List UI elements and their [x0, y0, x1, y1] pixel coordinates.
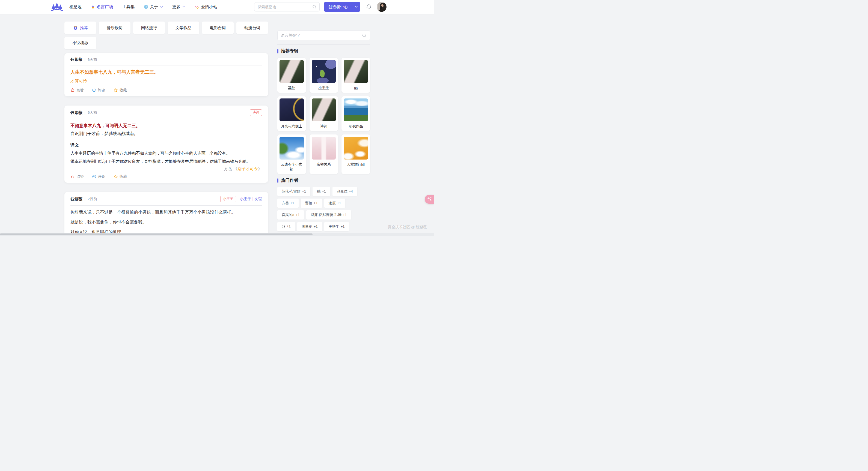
- like-action[interactable]: 点赞: [70, 174, 84, 179]
- post-header: 钰紫薇|2月前小王子小王子 | 友谊: [70, 196, 262, 202]
- tab-音乐歌词[interactable]: 音乐歌词: [99, 22, 130, 34]
- album-label[interactable]: 影视作品: [344, 124, 368, 129]
- creator-center-button[interactable]: 创造者中心: [324, 2, 361, 12]
- tab-网络流行[interactable]: 网络流行: [133, 22, 165, 34]
- post-actions: 点赞评论收藏: [70, 85, 262, 93]
- keyword-search[interactable]: [277, 31, 370, 40]
- album-label[interactable]: 小王子: [312, 86, 336, 90]
- author-tag-曹植[interactable]: 曹植+1: [301, 199, 322, 208]
- nav-item-habitat[interactable]: 栖息地: [69, 4, 82, 9]
- tab-文学作品[interactable]: 文学作品: [167, 22, 199, 34]
- author-tag-周星驰[interactable]: 周星驰+1: [297, 222, 322, 231]
- post-card: 钰紫薇|6天前诗词不如意事常八九，可与语人无二三。自识荆门子才甫，梦驰铁马战城南…: [64, 105, 268, 183]
- header-search-input[interactable]: [258, 5, 312, 9]
- author-tag-史铁生[interactable]: 史铁生+1: [324, 222, 349, 231]
- tab-label: 小说摘抄: [72, 41, 88, 46]
- post-time: 6天前: [88, 110, 97, 115]
- post-author[interactable]: 钰紫薇: [70, 110, 83, 115]
- nav-item-love-site[interactable]: 爱情小站: [195, 4, 217, 9]
- post-actions: 点赞评论收藏: [70, 172, 262, 179]
- author-count: +1: [337, 201, 341, 205]
- album-card-小王子[interactable]: 小王子: [310, 58, 338, 93]
- favorite-action[interactable]: 收藏: [114, 174, 127, 179]
- post-author[interactable]: 钰紫薇: [70, 57, 83, 62]
- title-accent-bar: [277, 178, 278, 183]
- album-label[interactable]: 诗词: [312, 124, 336, 129]
- album-label[interactable]: 亲密关系: [312, 162, 336, 167]
- post-album-links[interactable]: 小王子 | 友谊: [240, 197, 262, 202]
- author-tag-cs[interactable]: cs+1: [277, 222, 295, 231]
- pine-trees-logo-icon: [51, 1, 63, 12]
- site-logo[interactable]: [51, 1, 63, 12]
- author-tag-速度[interactable]: 速度+1: [324, 199, 346, 208]
- author-name: cs: [282, 224, 285, 228]
- post-header-right: 小王子小王子 | 友谊: [220, 196, 262, 202]
- translate-fab-button[interactable]: 中 A: [425, 195, 434, 204]
- horizontal-scrollbar[interactable]: [0, 233, 434, 236]
- tab-label: 音乐歌词: [107, 25, 123, 31]
- creator-center-label: 创造者中心: [324, 4, 352, 9]
- nav-item-quotes-plaza[interactable]: 名言广场: [91, 4, 113, 9]
- attribution-close-bracket: 》: [258, 166, 262, 171]
- header-search[interactable]: [254, 2, 320, 11]
- keyword-search-input[interactable]: [281, 33, 362, 38]
- tab-label: 网络流行: [141, 25, 157, 31]
- post-time: 2月前: [88, 197, 97, 202]
- attribution-work-link[interactable]: 别子才司令: [238, 166, 258, 171]
- favorite-action[interactable]: 收藏: [114, 88, 127, 93]
- nav-item-toolset[interactable]: 工具集: [122, 4, 134, 9]
- chevron-down-icon: [183, 6, 185, 8]
- tab-电影台词[interactable]: 电影台词: [202, 22, 234, 34]
- album-card-月亮与六便士[interactable]: 月亮与六便士: [277, 96, 306, 131]
- album-label[interactable]: 其他: [280, 86, 304, 90]
- author-count: +1: [322, 189, 326, 193]
- action-label: 评论: [98, 174, 105, 179]
- post-line: 译文: [70, 142, 262, 148]
- post-tag-badge[interactable]: 诗词: [250, 109, 262, 116]
- nav-item-more[interactable]: 更多: [172, 4, 185, 9]
- album-card-诗词[interactable]: 诗词: [310, 96, 338, 131]
- creator-center-caret[interactable]: [352, 6, 360, 8]
- tab-label: 文学作品: [176, 25, 191, 31]
- notifications-button[interactable]: [366, 4, 372, 10]
- post-tag-badge[interactable]: 小王子: [220, 196, 236, 202]
- post-line: 人生中经历的事情十件里有八九件都不如人意的，可与之倾吐心事的人连两三个都没有。: [70, 150, 262, 156]
- author-tag-威廉·萨默赛特·毛姆[interactable]: 威廉·萨默赛特·毛姆+1: [306, 210, 351, 220]
- author-tag-方岳[interactable]: 方岳+1: [277, 199, 299, 208]
- author-tag-张嘉佳[interactable]: 张嘉佳+4: [333, 187, 357, 196]
- scrollbar-thumb[interactable]: [0, 233, 313, 235]
- album-label[interactable]: 云边有个小卖部: [280, 162, 304, 172]
- author-count: +1: [343, 213, 347, 217]
- user-avatar[interactable]: [377, 2, 386, 12]
- album-card-cs[interactable]: cs: [341, 58, 370, 93]
- comment-action[interactable]: 评论: [92, 88, 105, 93]
- album-card-云边有个小卖部[interactable]: 云边有个小卖部: [277, 134, 306, 174]
- author-tag-莎伦·布雷姆[interactable]: 莎伦·布雷姆+1: [277, 187, 310, 196]
- author-count: +1: [314, 225, 318, 229]
- author-name: 德: [317, 189, 320, 193]
- post-author[interactable]: 钰紫薇: [70, 197, 83, 202]
- author-tag-真实的a[interactable]: 真实的a+1: [277, 210, 304, 220]
- album-card-天堂旅行团[interactable]: 天堂旅行团: [341, 134, 370, 174]
- album-card-影视作品[interactable]: 影视作品: [341, 96, 370, 131]
- album-label[interactable]: 天堂旅行团: [344, 162, 368, 167]
- star-icon: [114, 88, 118, 93]
- album-card-其他[interactable]: 其他: [277, 58, 306, 93]
- like-action[interactable]: 点赞: [70, 88, 84, 93]
- tab-小说摘抄[interactable]: 小说摘抄: [64, 37, 96, 49]
- tab-label: 电影台词: [210, 25, 226, 31]
- comment-action[interactable]: 评论: [92, 174, 105, 179]
- author-count: +4: [349, 189, 353, 193]
- nav-item-about[interactable]: i关于: [144, 4, 163, 9]
- translate-icon: 中 A: [427, 197, 432, 202]
- album-card-亲密关系[interactable]: 亲密关系: [310, 134, 338, 174]
- tab-动漫台词[interactable]: 动漫台词: [237, 22, 268, 34]
- info-icon: i: [144, 5, 148, 9]
- album-label[interactable]: 月亮与六便士: [280, 124, 304, 129]
- post-line: 才算可怜: [70, 78, 262, 84]
- album-label[interactable]: cs: [344, 86, 368, 90]
- recommend-badge-icon: [73, 25, 78, 31]
- author-name: 曹植: [305, 201, 312, 205]
- tab-推荐[interactable]: 推荐: [64, 22, 96, 34]
- author-tag-德[interactable]: 德+1: [313, 187, 330, 196]
